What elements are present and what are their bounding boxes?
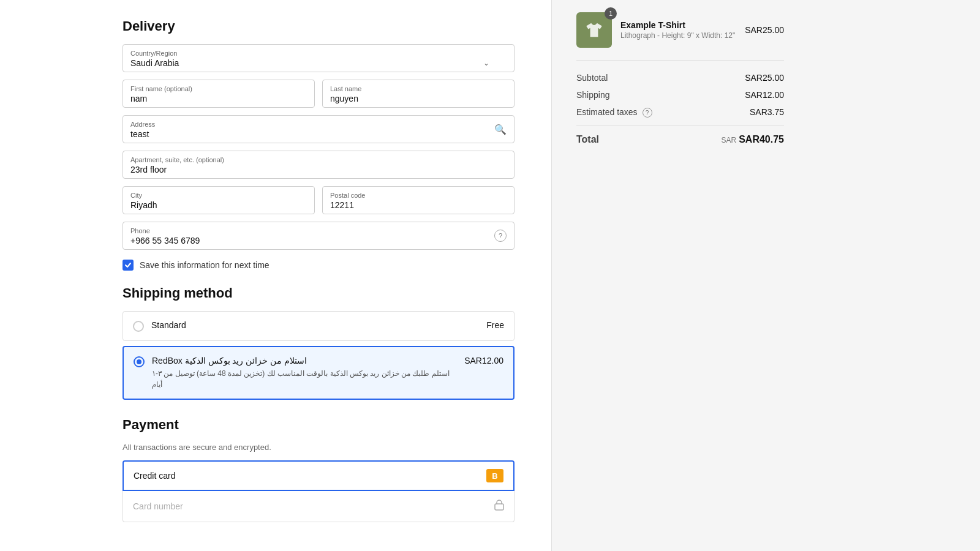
shipping-value: SAR12.00 [745,90,784,100]
redbox-name: RedBox استلام من خزائن ريد بوكس الذكية [152,356,307,365]
subtotal-row: Subtotal SAR25.00 [576,73,784,83]
shipping-option-standard[interactable]: Standard Free [123,311,514,341]
delivery-title: Delivery [123,18,514,34]
save-info-row[interactable]: Save this information for next time [123,260,514,271]
redbox-info: RedBox استلام من خزائن ريد بوكس الذكية ا… [152,356,457,390]
taxes-label: Estimated taxes ? [576,107,652,118]
redbox-price: SAR12.00 [464,356,503,365]
credit-card-tab[interactable]: Credit card B [123,460,514,491]
total-prefix: SAR [721,136,736,144]
redbox-radio[interactable] [134,356,145,367]
shipping-option-redbox[interactable]: RedBox استلام من خزائن ريد بوكس الذكية ا… [123,346,514,400]
item-variant: Lithograph - Height: 9" x Width: 12" [620,31,736,40]
postal-label: Postal code [330,192,507,199]
standard-price: Free [486,320,504,330]
item-price: SAR25.00 [745,25,784,35]
payment-title: Payment [123,417,514,433]
total-label: Total [576,134,599,145]
subtotal-label: Subtotal [576,73,608,83]
item-image-wrapper: 1 [576,12,612,48]
credit-card-label: Credit card [134,471,175,481]
last-name-label: Last name [330,85,507,92]
item-details: Example T-Shirt Lithograph - Height: 9" … [620,20,736,40]
standard-name: Standard [151,320,186,330]
country-field[interactable]: Country/Region Saudi Arabia ⌄ [123,44,514,72]
address-value: teast [130,129,149,139]
apartment-field[interactable]: Apartment, suite, etc. (optional) 23rd f… [123,151,514,179]
order-item: 1 Example T-Shirt Lithograph - Height: 9… [576,12,784,61]
chevron-down-icon: ⌄ [483,59,489,67]
item-name: Example T-Shirt [620,20,736,30]
card-number-placeholder: Card number [133,501,183,511]
total-row: Total SARSAR40.75 [576,125,784,145]
taxes-value: SAR3.75 [750,107,784,118]
order-summary: 1 Example T-Shirt Lithograph - Height: 9… [551,0,809,551]
standard-info: Standard [151,320,479,330]
address-field[interactable]: Address teast 🔍 [123,115,514,143]
city-label: City [130,192,307,199]
help-circle-icon: ? [494,230,507,242]
save-info-checkbox[interactable] [123,260,134,271]
total-value: SARSAR40.75 [721,134,784,145]
lock-icon [494,500,504,513]
address-label: Address [130,121,489,128]
shipping-label: Shipping [576,90,610,100]
taxes-row: Estimated taxes ? SAR3.75 [576,107,784,118]
postal-value: 12211 [330,200,354,210]
phone-field[interactable]: Phone +966 55 345 6789 ? [123,222,514,250]
card-number-field[interactable]: Card number [123,491,514,522]
apartment-value: 23rd floor [130,165,167,174]
save-info-label: Save this information for next time [140,260,270,270]
svg-rect-0 [495,504,503,510]
first-name-label: First name (optional) [130,85,307,92]
last-name-value: nguyen [330,94,358,103]
phone-label: Phone [130,227,489,234]
city-value: Riyadh [130,200,157,210]
country-label: Country/Region [130,50,489,57]
first-name-value: nam [130,94,147,103]
redbox-desc: استلم طلبك من خزائن ريد بوكس الذكية بالو… [152,368,457,390]
phone-value: +966 55 345 6789 [130,236,200,246]
shipping-row: Shipping SAR12.00 [576,90,784,100]
postal-field[interactable]: Postal code 12211 [322,186,514,214]
taxes-help-icon: ? [643,108,652,118]
search-icon: 🔍 [494,124,507,135]
standard-radio[interactable] [133,321,144,332]
payment-subtitle: All transactions are secure and encrypte… [123,443,514,452]
item-quantity-badge: 1 [605,7,617,20]
city-field[interactable]: City Riyadh [123,186,315,214]
last-name-field[interactable]: Last name nguyen [322,80,514,108]
stripe-badge: B [486,469,503,482]
shipping-title: Shipping method [123,285,514,301]
subtotal-value: SAR25.00 [745,73,784,83]
country-value: Saudi Arabia [130,58,179,68]
apartment-label: Apartment, suite, etc. (optional) [130,156,507,163]
first-name-field[interactable]: First name (optional) nam [123,80,315,108]
